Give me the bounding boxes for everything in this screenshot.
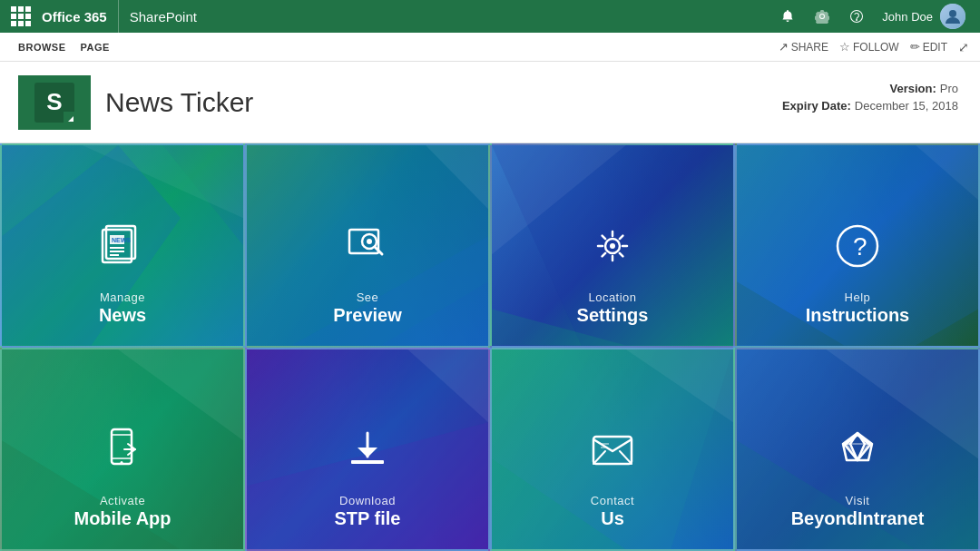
activate-mobile-text: Activate Mobile App bbox=[74, 494, 171, 529]
waffle-menu-button[interactable] bbox=[7, 3, 34, 30]
avatar bbox=[940, 4, 965, 29]
preview-icon bbox=[344, 222, 391, 280]
news-icon: NEWS bbox=[99, 222, 146, 280]
svg-text:NEWS: NEWS bbox=[112, 237, 131, 243]
svg-text:?: ? bbox=[853, 232, 867, 261]
user-menu[interactable]: John Doe bbox=[875, 0, 973, 33]
manage-news-tile[interactable]: NEWS Manage News bbox=[0, 143, 245, 348]
location-settings-tile[interactable]: Location Settings bbox=[490, 143, 735, 348]
share-button[interactable]: ↗ SHARE bbox=[779, 40, 828, 54]
svg-rect-39 bbox=[351, 460, 384, 464]
activate-mobile-tile[interactable]: Activate Mobile App bbox=[0, 348, 245, 552]
svg-point-17 bbox=[367, 239, 372, 244]
help-instructions-line2: Instructions bbox=[806, 304, 909, 326]
svg-point-35 bbox=[121, 461, 123, 464]
sharepoint-link[interactable]: SharePoint bbox=[119, 0, 208, 33]
location-settings-text: Location Settings bbox=[577, 290, 649, 326]
help-instructions-text: Help Instructions bbox=[806, 290, 909, 326]
share-icon: ↗ bbox=[779, 40, 789, 54]
expiry-label: Expiry Date: bbox=[782, 99, 851, 113]
help-icon: ? bbox=[834, 222, 881, 280]
download-stp-tile[interactable]: Download STP file bbox=[245, 348, 490, 552]
contact-us-line2: Us bbox=[591, 507, 634, 529]
location-settings-line2: Settings bbox=[577, 304, 649, 326]
contact-us-line1: Contact bbox=[591, 494, 634, 507]
svg-point-0 bbox=[949, 10, 956, 17]
version-label: Version: bbox=[889, 82, 936, 95]
manage-news-line2: News bbox=[99, 304, 146, 326]
visit-beyond-line1: Visit bbox=[791, 494, 925, 507]
see-preview-tile[interactable]: See Preview bbox=[245, 143, 490, 348]
notifications-button[interactable] bbox=[771, 0, 804, 33]
svg-marker-50 bbox=[847, 433, 868, 460]
manage-news-text: Manage News bbox=[99, 290, 146, 326]
help-instructions-tile[interactable]: ? Help Instructions bbox=[735, 143, 980, 348]
help-button[interactable] bbox=[840, 0, 873, 33]
activate-mobile-line1: Activate bbox=[74, 494, 171, 507]
svg-point-23 bbox=[610, 243, 615, 249]
logo-letter: S bbox=[46, 88, 62, 116]
expiry-row: Expiry Date:December 15, 2018 bbox=[782, 99, 958, 113]
user-name: John Doe bbox=[882, 10, 933, 24]
expiry-value: December 15, 2018 bbox=[855, 99, 958, 113]
browse-tab[interactable]: BROWSE bbox=[11, 33, 74, 62]
top-navigation: Office 365 SharePoint John Doe bbox=[0, 0, 980, 33]
svg-marker-1 bbox=[68, 116, 74, 122]
contact-us-tile[interactable]: Contact Us bbox=[490, 348, 735, 552]
pencil-icon: ✏ bbox=[910, 40, 920, 54]
tiles-grid: NEWS Manage News See bbox=[0, 143, 980, 551]
version-value: Pro bbox=[940, 82, 958, 95]
follow-button[interactable]: ☆ FOLLOW bbox=[839, 40, 899, 54]
activate-mobile-line2: Mobile App bbox=[74, 507, 171, 529]
see-preview-line2: Preview bbox=[333, 304, 402, 326]
settings-button[interactable] bbox=[806, 0, 838, 33]
settings-icon bbox=[589, 222, 636, 280]
help-instructions-line1: Help bbox=[806, 290, 909, 304]
download-stp-line2: STP file bbox=[335, 507, 401, 529]
secondary-navigation: BROWSE PAGE ↗ SHARE ☆ FOLLOW ✏ EDIT ⤢ bbox=[0, 33, 980, 62]
contact-us-text: Contact Us bbox=[591, 494, 634, 529]
download-icon bbox=[344, 426, 391, 483]
see-preview-text: See Preview bbox=[333, 290, 402, 326]
star-icon: ☆ bbox=[839, 40, 850, 54]
download-stp-line1: Download bbox=[335, 494, 401, 507]
diamond-icon bbox=[834, 426, 881, 483]
page-header: S News Ticker Version:Pro Expiry Date:De… bbox=[0, 62, 980, 143]
version-row: Version:Pro bbox=[782, 82, 958, 95]
edit-button[interactable]: ✏ EDIT bbox=[910, 40, 947, 54]
visit-beyond-line2: BeyondIntranet bbox=[791, 507, 925, 529]
resize-button[interactable]: ⤢ bbox=[958, 40, 969, 54]
email-icon bbox=[589, 426, 636, 483]
see-preview-line1: See bbox=[333, 290, 402, 304]
download-stp-text: Download STP file bbox=[335, 494, 401, 529]
visit-beyond-text: Visit BeyondIntranet bbox=[791, 494, 925, 529]
page-tab[interactable]: PAGE bbox=[74, 33, 117, 62]
mobile-icon bbox=[99, 426, 146, 483]
logo-arrow bbox=[64, 112, 78, 126]
visit-beyond-tile[interactable]: Visit BeyondIntranet bbox=[735, 348, 980, 552]
page-title: News Ticker bbox=[105, 87, 253, 118]
app-logo: S bbox=[18, 75, 91, 130]
location-settings-line1: Location bbox=[577, 290, 649, 304]
office365-link[interactable]: Office 365 bbox=[38, 0, 119, 33]
secondary-nav-right: ↗ SHARE ☆ FOLLOW ✏ EDIT ⤢ bbox=[779, 40, 969, 54]
manage-news-line1: Manage bbox=[99, 290, 146, 304]
svg-rect-15 bbox=[349, 230, 378, 253]
nav-right-section: John Doe bbox=[771, 0, 973, 33]
version-info: Version:Pro Expiry Date:December 15, 201… bbox=[782, 82, 958, 116]
